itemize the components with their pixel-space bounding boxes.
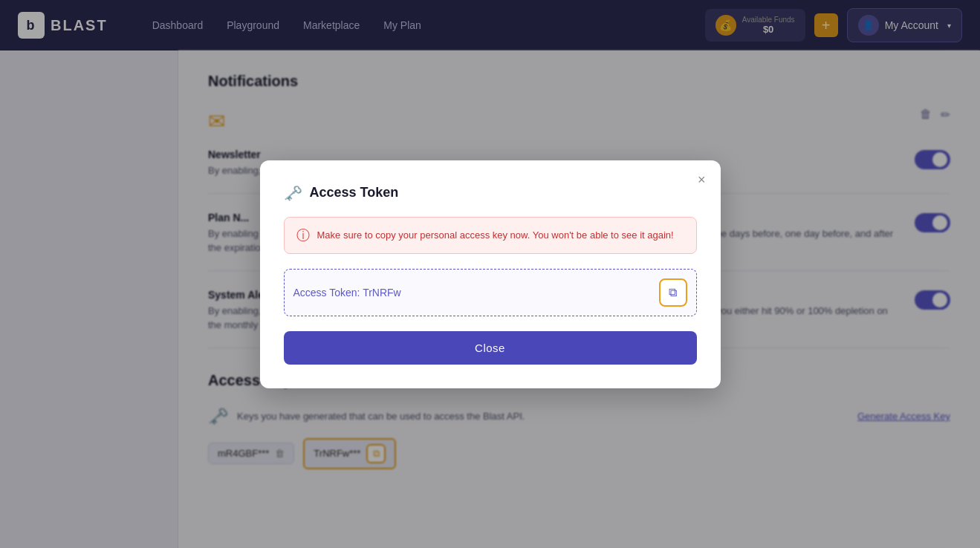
modal-overlay: 🗝️ Access Token × ⓘ Make sure to copy yo… — [0, 0, 980, 548]
alert-box: ⓘ Make sure to copy your personal access… — [284, 217, 697, 254]
alert-icon: ⓘ — [296, 226, 310, 244]
close-modal-button[interactable]: Close — [284, 331, 697, 365]
alert-text: Make sure to copy your personal access k… — [317, 229, 674, 241]
modal-close-button[interactable]: × — [698, 172, 706, 188]
token-value: Access Token: TrNRFw — [293, 287, 659, 299]
modal-title: Access Token — [310, 185, 399, 200]
modal-header: 🗝️ Access Token — [284, 184, 697, 202]
modal-key-icon: 🗝️ — [284, 184, 302, 202]
access-token-modal: 🗝️ Access Token × ⓘ Make sure to copy yo… — [260, 160, 721, 388]
copy-token-button[interactable]: ⧉ — [659, 278, 687, 307]
token-input-row: Access Token: TrNRFw ⧉ — [284, 269, 697, 316]
